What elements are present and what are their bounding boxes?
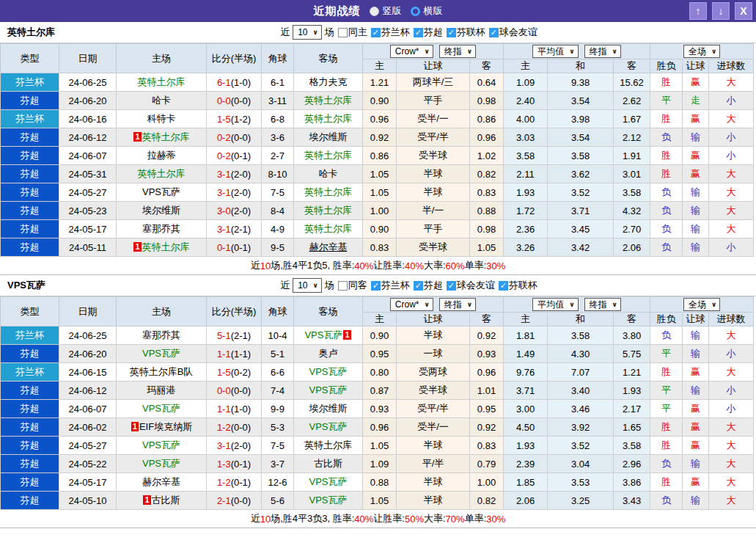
result-text: 赢 (691, 150, 700, 161)
odds-away-cell: 0.88 (470, 202, 504, 220)
goals-result-cell: 小 (709, 92, 754, 110)
bookmaker-select[interactable]: Crow* (390, 45, 433, 58)
away-team-link[interactable]: VPS瓦萨 (309, 384, 347, 395)
result-text: 胜 (661, 366, 671, 377)
away-team-link[interactable]: 赫尔辛基 (309, 241, 348, 252)
away-team-link[interactable]: 英特土尔库 (304, 150, 352, 161)
league-type-cell: 芬超 (1, 400, 59, 418)
avg-home-cell: 3.71 (504, 382, 548, 400)
home-team-link[interactable]: 英特土尔库 (138, 76, 186, 87)
league-checkbox[interactable] (489, 28, 499, 37)
home-team-link[interactable]: VPS瓦萨 (142, 458, 180, 469)
league-checkbox[interactable] (414, 281, 423, 291)
sub-column-header: 主 (363, 313, 397, 326)
avg-draw-cell: 3.40 (548, 382, 614, 400)
away-team-link[interactable]: VPS瓦萨 (309, 421, 347, 432)
away-team-link[interactable]: 英特土尔库 (304, 205, 352, 216)
away-team-link[interactable]: VPS瓦萨 (309, 476, 347, 487)
league-checkbox[interactable] (371, 281, 381, 291)
sections-container: 英特土尔库近10场同主芬兰杯芬超芬联杯球会友谊类型日期主场比分(半场)角球客场C… (0, 22, 756, 528)
average-select[interactable]: 平均值 (532, 45, 578, 58)
home-team-link[interactable]: VPS瓦萨 (142, 348, 180, 359)
home-team-link[interactable]: 塞那乔其 (142, 223, 180, 234)
odds-time-select[interactable]: 终指 (439, 298, 476, 311)
home-team-link[interactable]: 塞那乔其 (142, 329, 180, 340)
avg-draw-cell: 3.92 (548, 418, 614, 437)
home-team-link[interactable]: 科特卡 (147, 113, 176, 124)
home-team-link[interactable]: 拉赫蒂 (147, 150, 176, 161)
away-team-link[interactable]: 英特土尔库 (304, 186, 352, 197)
home-team-link[interactable]: EIF埃克纳斯 (139, 421, 192, 432)
handicap-result-cell: 输 (683, 128, 709, 147)
league-checkbox[interactable] (499, 281, 508, 291)
bookmaker-select[interactable]: Crow* (390, 298, 433, 311)
radio-selected-icon[interactable] (370, 7, 379, 16)
move-down-button[interactable]: ↓ (712, 2, 730, 20)
summary-part: 近 (251, 512, 260, 525)
odds-away-cell: 1.05 (470, 238, 504, 257)
home-team-link[interactable]: 英特土尔库 (142, 131, 190, 142)
sub-column-header: 胜负 (650, 59, 683, 73)
arrow-down-icon: ↓ (719, 6, 724, 16)
avg-draw-cell: 3.25 (548, 492, 614, 510)
league-label: 芬超 (424, 279, 443, 292)
home-team-link[interactable]: 玛丽港 (147, 384, 176, 395)
result-text: 赢 (691, 421, 700, 432)
away-team-link[interactable]: 古比斯 (314, 458, 342, 469)
odds-time-select[interactable]: 终指 (439, 45, 476, 58)
away-team-link[interactable]: 英特土尔库 (304, 113, 352, 124)
halftime-score: (0-1) (231, 459, 251, 470)
home-team-link[interactable]: 埃尔维斯 (142, 205, 180, 216)
average-time-select[interactable]: 终指 (584, 45, 621, 58)
fulltime-group-header: 全场 (650, 297, 754, 313)
result-text: 赢 (691, 366, 700, 377)
home-team-link[interactable]: VPS瓦萨 (142, 439, 180, 450)
away-team-link[interactable]: 哈卡 (319, 168, 338, 179)
home-team-link[interactable]: 英特土尔库 (138, 168, 186, 179)
layout-radio-horizontal[interactable]: 横版 (411, 4, 443, 18)
league-type-cell: 芬超 (1, 455, 59, 473)
away-team-link[interactable]: VPS瓦萨 (309, 366, 347, 377)
fulltime-score: 0-2 (217, 150, 231, 161)
match-count-select[interactable]: 10 (293, 278, 322, 293)
home-team-link[interactable]: 古比斯 (152, 495, 180, 506)
home-team-link[interactable]: 英特土尔库 (142, 241, 190, 252)
fulltime-select[interactable]: 全场 (683, 45, 720, 58)
away-team-link[interactable]: VPS瓦萨 (309, 495, 347, 506)
league-label: 芬联杯 (509, 279, 537, 292)
match-count-select[interactable]: 10 (293, 25, 322, 40)
average-time-select[interactable]: 终指 (584, 298, 621, 311)
away-team-link[interactable]: 英特土尔库 (304, 223, 352, 234)
layout-radio-vertical[interactable]: 竖版 (370, 4, 402, 18)
home-team-cell: 1EIF埃克纳斯 (117, 418, 207, 437)
sub-column-header: 主 (504, 59, 548, 73)
home-team-link[interactable]: 哈卡 (152, 95, 171, 106)
fulltime-score: 0-1 (217, 242, 231, 253)
fulltime-score: 1-2 (217, 477, 231, 488)
away-team-link[interactable]: 埃尔维斯 (309, 403, 348, 414)
home-team-link[interactable]: VPS瓦萨 (142, 186, 180, 197)
league-checkbox[interactable] (447, 28, 456, 37)
league-checkbox[interactable] (414, 28, 423, 37)
away-team-link[interactable]: 英特土尔库 (304, 439, 352, 450)
away-team-link[interactable]: 英特土尔库 (304, 95, 352, 106)
home-team-link[interactable]: 赫尔辛基 (142, 476, 180, 487)
close-button[interactable]: X (735, 2, 752, 20)
away-team-link[interactable]: 格力夫克 (309, 76, 348, 87)
away-team-link[interactable]: 奥卢 (319, 348, 338, 359)
home-team-link[interactable]: 英特土尔库B队 (130, 366, 194, 377)
section-summary: 近10场,胜4平1负5, 胜率:40% 让胜率:40% 大率:60% 单率:30… (0, 257, 756, 275)
league-checkbox[interactable] (371, 28, 381, 37)
same-venue-checkbox[interactable] (338, 28, 348, 37)
league-checkbox[interactable] (447, 281, 456, 291)
average-select[interactable]: 平均值 (532, 298, 578, 311)
same-venue-checkbox[interactable] (338, 281, 348, 291)
home-team-link[interactable]: VPS瓦萨 (142, 403, 180, 414)
fulltime-select[interactable]: 全场 (683, 298, 720, 311)
radio-unselected-icon[interactable] (411, 7, 420, 16)
move-up-button[interactable]: ↑ (689, 2, 707, 20)
away-team-link[interactable]: VPS瓦萨 (304, 329, 342, 340)
odds-home-cell: 1.05 (363, 165, 397, 183)
away-team-link[interactable]: 埃尔维斯 (309, 131, 348, 142)
avg-draw-cell: 3.54 (548, 128, 614, 147)
